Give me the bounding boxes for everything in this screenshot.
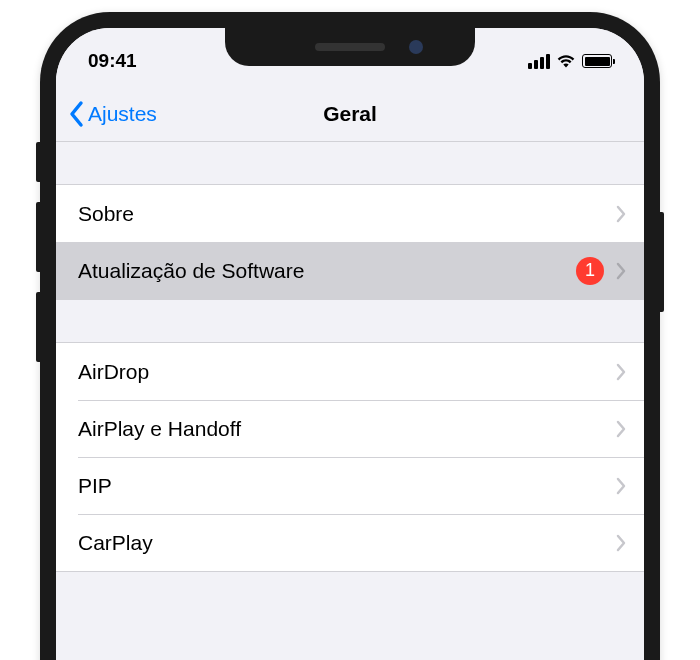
list-item-label: AirPlay e Handoff xyxy=(78,417,616,441)
chevron-right-icon xyxy=(616,262,626,280)
back-button[interactable]: Ajustes xyxy=(68,100,157,128)
list-group-2: AirDrop AirPlay e Handoff PIP xyxy=(56,342,644,572)
chevron-right-icon xyxy=(616,477,626,495)
back-label: Ajustes xyxy=(88,102,157,126)
notch xyxy=(225,28,475,66)
screen: 09:41 Ajust xyxy=(56,28,644,660)
content-area: Sobre Atualização de Software 1 AirDrop xyxy=(56,142,644,572)
cellular-signal-icon xyxy=(528,54,550,69)
notification-badge: 1 xyxy=(576,257,604,285)
chevron-left-icon xyxy=(68,100,84,128)
list-item-carplay[interactable]: CarPlay xyxy=(56,514,644,571)
front-camera xyxy=(409,40,423,54)
list-group-1: Sobre Atualização de Software 1 xyxy=(56,184,644,300)
side-button xyxy=(660,212,664,312)
list-item-airdrop[interactable]: AirDrop xyxy=(56,343,644,400)
list-item-label: CarPlay xyxy=(78,531,616,555)
list-item-label: PIP xyxy=(78,474,616,498)
status-time: 09:41 xyxy=(88,50,137,72)
page-title: Geral xyxy=(323,102,377,126)
list-item-airplay-handoff[interactable]: AirPlay e Handoff xyxy=(56,400,644,457)
list-item-label: Sobre xyxy=(78,202,616,226)
chevron-right-icon xyxy=(616,205,626,223)
wifi-icon xyxy=(556,54,576,69)
section-spacer xyxy=(56,300,644,342)
chevron-right-icon xyxy=(616,534,626,552)
status-icons xyxy=(528,54,612,69)
list-item-software-update[interactable]: Atualização de Software 1 xyxy=(56,242,644,299)
navigation-bar: Ajustes Geral xyxy=(56,86,644,142)
chevron-right-icon xyxy=(616,420,626,438)
list-item-label: Atualização de Software xyxy=(78,259,576,283)
battery-icon xyxy=(582,54,612,68)
volume-button xyxy=(36,292,40,362)
section-spacer xyxy=(56,142,644,184)
speaker-grille xyxy=(315,43,385,51)
chevron-right-icon xyxy=(616,363,626,381)
list-item-label: AirDrop xyxy=(78,360,616,384)
list-item-pip[interactable]: PIP xyxy=(56,457,644,514)
phone-frame: 09:41 Ajust xyxy=(40,12,660,660)
list-item-about[interactable]: Sobre xyxy=(56,185,644,242)
